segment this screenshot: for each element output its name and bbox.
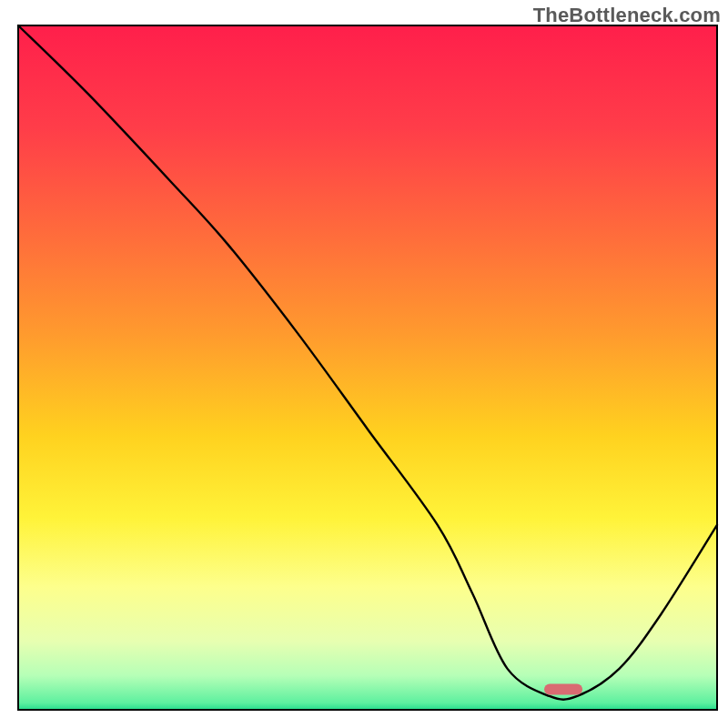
gradient-background [18,25,717,710]
optimal-marker-icon [544,683,582,694]
bottleneck-chart [0,0,728,728]
chart-stage: TheBottleneck.com [0,0,728,728]
